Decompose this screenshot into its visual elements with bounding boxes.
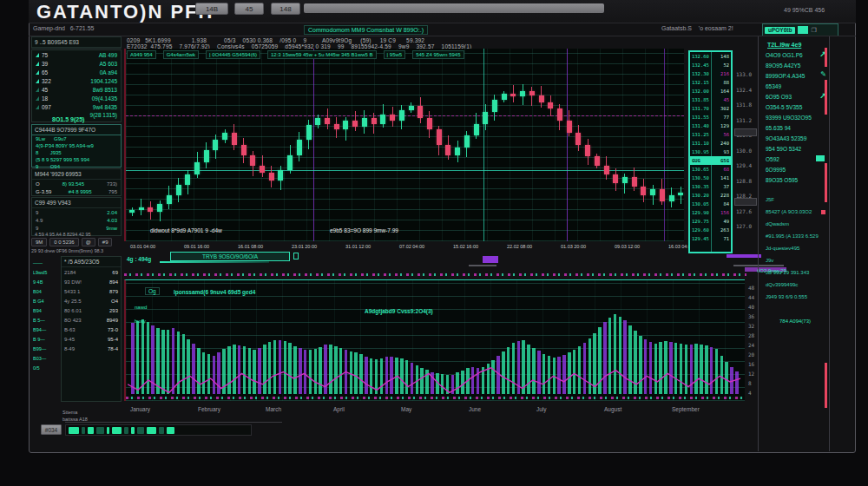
- candle-body: [362, 118, 367, 127]
- scrollbar-segment[interactable]: [825, 363, 827, 408]
- right-panel-items: O4O9 OG1.P6↗89O95 A42Y58999OP.4.A345✎653…: [762, 49, 828, 185]
- chart-info-segment: | 95w5: [384, 50, 406, 59]
- right-panel-item[interactable]: 93999 U9O32O95: [762, 112, 828, 122]
- scrollbar-segment[interactable]: [825, 80, 827, 115]
- mid-progress-pill[interactable]: TRYB 9OSO/9O/6O/A: [170, 252, 290, 261]
- market-watch-row[interactable]: 75AB 499: [32, 50, 121, 59]
- chart-info-bar: A949 954G4s4am5wk| 0O4445 G54594(6)12:3 …: [127, 50, 682, 59]
- right-panel-item[interactable]: 9O43A43 52359: [762, 133, 828, 143]
- market-watch-link2[interactable]: 8O1.5 9(25): [52, 116, 84, 122]
- right-panel-item[interactable]: 8999OP.4.A345✎: [762, 70, 828, 81]
- scrollbar-segment[interactable]: [825, 48, 827, 67]
- market-watch-panel[interactable]: 75AB 49939A5 603650A a943221904.1245458w…: [31, 49, 122, 122]
- candle-body: [372, 118, 377, 124]
- market-watch-row[interactable]: 650A a94: [32, 68, 121, 76]
- status-line-1: Sttema: [62, 410, 77, 415]
- trading-terminal-screen: GATANTO)N PFH 14B 45 148 49 95%CB 456 Ga…: [0, 0, 868, 486]
- market-watch-row[interactable]: 0979w4 8435: [32, 102, 121, 111]
- right-panel-lower-item[interactable]: J9v: [762, 254, 828, 266]
- order-row[interactable]: G-3.59#4 8 9995795: [32, 187, 121, 195]
- notice-line[interactable]: 4(9-P34 809Y 95 A94-w9: [32, 142, 121, 149]
- market-watch-row[interactable]: 3221904.1245: [32, 76, 121, 85]
- panel-action-icon[interactable]: [798, 26, 808, 34]
- right-panel-lower-item[interactable]: JB 999 19 391.343: [762, 266, 828, 279]
- account-footer: 4 59 4 95 A4 8 8294 42 95: [32, 232, 121, 237]
- legend-item[interactable]: 0/5: [33, 364, 59, 373]
- right-panel-item[interactable]: O4O9 OG1.P6↗: [762, 49, 828, 60]
- titlebar-button-1[interactable]: 14B: [195, 3, 228, 15]
- price-axis-label: 130.0: [736, 148, 752, 154]
- right-panel-lower-item[interactable]: dQv3999499c: [762, 279, 828, 291]
- market-watch-row[interactable]: 458w9 8513: [32, 85, 121, 94]
- candle-body: [409, 106, 414, 110]
- led-segment: [159, 427, 164, 434]
- oscillator-panel[interactable]: OgIponssamd(6 9nuv4 69d5 ged4nawdhusyA9d…: [124, 279, 745, 401]
- right-panel-lower-item[interactable]: 85427 (A 9O3.03O2: [762, 206, 828, 218]
- right-panel-item[interactable]: O592: [762, 154, 828, 164]
- notice-line[interactable]: (5 8 9 5297 999 55 994: [32, 156, 121, 163]
- led-segment: [147, 427, 156, 434]
- titlebar-button-2[interactable]: 45: [234, 3, 264, 15]
- right-panel-item[interactable]: 65349: [762, 81, 828, 91]
- right-panel-item[interactable]: 89O95 A42Y5: [762, 60, 828, 70]
- orders-panel[interactable]: M944 '9929 69953 O8) 93.545733)G-3.59#4 …: [31, 168, 122, 196]
- month-label: May: [401, 406, 411, 412]
- legend-item[interactable]: B03—: [33, 354, 59, 364]
- mid-marker-box[interactable]: [293, 253, 299, 259]
- dom-price-ladder[interactable]: 132.60148132.4552132.30216132.1588132.00…: [688, 50, 733, 253]
- mini-button[interactable]: #9: [98, 238, 113, 246]
- order-row[interactable]: O8) 93.545733): [32, 180, 121, 187]
- window-restore-icon[interactable]: ❐: [811, 27, 816, 34]
- right-panel-lower-item[interactable]: J5F: [762, 194, 828, 206]
- legend-item[interactable]: L9wd5: [33, 268, 59, 278]
- legend-item[interactable]: B94: [33, 306, 59, 316]
- titlebar-button-3[interactable]: 148: [271, 3, 300, 15]
- candle-body: [315, 118, 320, 126]
- legend-item[interactable]: B 9—: [33, 335, 59, 345]
- stats-row-1: 0209 5K1.6999 1.938 05/3 0530 0.368 /095…: [127, 37, 424, 43]
- right-panel-lower-item[interactable]: #91.995 (A 1333 6.529: [762, 230, 828, 242]
- mini-button[interactable]: @: [82, 238, 95, 246]
- oscillator-axis-label: 44: [748, 294, 754, 300]
- right-panel-item[interactable]: 65.635 94: [762, 122, 828, 133]
- chart-annotation-right: e9b5 83=9O 899 9mw-7.99: [330, 227, 398, 233]
- data-window-panel[interactable]: * /5 A95/23O5 21846993 DW!8945433 18794y…: [61, 256, 122, 402]
- notices-panel[interactable]: C9444B 9O7999 9F47O 9Lw G9u74(9-P34 809Y…: [31, 124, 122, 167]
- right-panel-tab[interactable]: uPOY6tb: [765, 27, 795, 34]
- legend-item[interactable]: 9 4B: [33, 278, 59, 287]
- scrollbar-segment[interactable]: [825, 163, 827, 202]
- alert-dot-icon: [821, 210, 825, 214]
- legend-item[interactable]: B 5—: [33, 316, 59, 325]
- main-candlestick-chart[interactable]: [124, 49, 684, 241]
- right-panel-item[interactable]: O354-5 5V355: [762, 102, 828, 112]
- notice-line[interactable]: 8 J935: [32, 149, 121, 156]
- right-panel-item[interactable]: 954 59O 5342: [762, 143, 828, 154]
- chart-annotation-left: didwout 8*9d9 A7901 9 -d4w: [150, 227, 222, 233]
- right-panel-header[interactable]: uPOY6tb ❐: [762, 23, 838, 36]
- right-panel-item[interactable]: 6O95 O93↗: [762, 91, 828, 102]
- right-panel-lower-item[interactable]: dQwadsm: [762, 218, 828, 230]
- market-watch-row[interactable]: 1809(4.1435: [32, 94, 121, 102]
- titlebar-address-bar[interactable]: [304, 3, 604, 13]
- candle-body: [650, 189, 655, 195]
- oscillator-axis-label: 36: [748, 313, 754, 319]
- candle-body: [510, 94, 516, 96]
- legend-item[interactable]: B99—: [33, 345, 59, 354]
- right-panel-lower-item[interactable]: Jd-questev495: [762, 242, 828, 254]
- right-news-panel[interactable]: T2L.I9w 4e9 O4O9 OG1.P6↗89O95 A42Y58999O…: [762, 38, 828, 451]
- legend-item[interactable]: ——: [33, 259, 59, 268]
- data-window-row: 5433 1879: [62, 286, 121, 296]
- mini-button[interactable]: 0 0 5236: [49, 238, 78, 246]
- right-panel-item[interactable]: 89O35 O595: [762, 174, 828, 185]
- legend-item[interactable]: B G4: [33, 297, 59, 306]
- notice-line[interactable]: 9Lw G9u7: [32, 135, 121, 142]
- market-watch-row[interactable]: 39A5 603: [32, 59, 121, 68]
- account-panel[interactable]: C99 499 V943 92.044.94.0399mw 4 59 4 95 …: [31, 197, 122, 236]
- legend-item[interactable]: B04: [33, 287, 59, 297]
- right-panel-lower-item[interactable]: J949 93 6/9 0.555: [762, 291, 828, 303]
- legend-item[interactable]: B94—: [33, 325, 59, 335]
- session-vline: [664, 49, 665, 241]
- mini-button[interactable]: 9M: [31, 238, 47, 246]
- right-panel-item[interactable]: 6O9995: [762, 164, 828, 174]
- status-button[interactable]: #034: [41, 424, 62, 435]
